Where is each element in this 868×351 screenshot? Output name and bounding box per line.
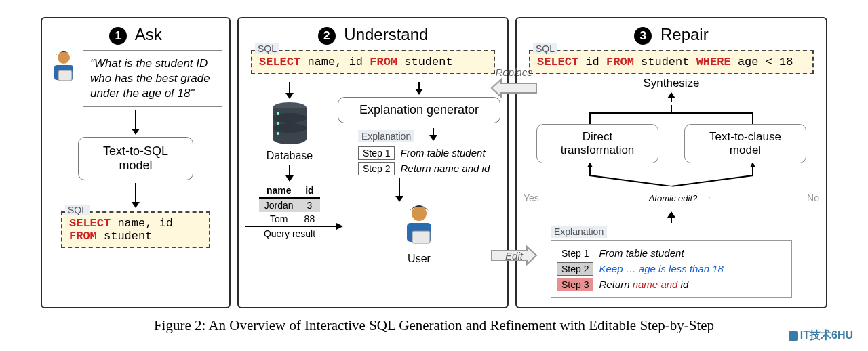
repair-step-3: Step 3 Return name and id [557, 278, 786, 291]
svg-marker-12 [336, 223, 343, 230]
explanation-label: Explanation [551, 226, 607, 238]
arrow-u-db2 [289, 165, 290, 181]
panel-repair: 3 Repair SQL SELECT id FROM student WHER… [515, 17, 827, 308]
svg-point-9 [277, 122, 279, 125]
step-1: Step 1 From table student [358, 146, 500, 160]
svg-rect-15 [412, 231, 430, 243]
step-3-circle: 3 [634, 27, 652, 45]
svg-point-0 [58, 51, 70, 64]
panel-ask: 1 Ask "What is the student ID who has th… [41, 17, 231, 308]
step-1-circle: 1 [109, 27, 127, 45]
arrow-synth [671, 93, 672, 102]
arrow-atomic [671, 212, 672, 223]
arrow-u-user [399, 178, 400, 201]
panel-understand: 2 Understand SQL SELECT name, id FROM st… [237, 17, 509, 308]
figure-caption: Figure 2: An Overview of Interactive SQL… [0, 317, 868, 334]
understand-sql: SQL SELECT name, id FROM student [251, 50, 495, 74]
database-label: Database [245, 150, 334, 162]
split-lines [529, 163, 814, 186]
text-to-sql-model: Text-to-SQL model [78, 137, 193, 180]
database-icon [245, 101, 334, 148]
explanation-label: Explanation [358, 130, 414, 142]
svg-point-6 [273, 113, 307, 123]
panel-repair-title: 3 Repair [524, 25, 819, 45]
yes-label: Yes [524, 192, 539, 203]
repair-explanation: Step 1 From table student Step 2 Keep … … [551, 240, 792, 298]
svg-point-13 [412, 206, 427, 221]
ask-sql-output: SQL SELECT name, id FROM student [61, 211, 210, 248]
repair-step-1: Step 1 From table student [557, 247, 786, 260]
arrow-u-g1 [418, 82, 420, 94]
panel-ask-title: 1 Ask [49, 25, 222, 45]
panel-understand-title: 2 Understand [245, 25, 500, 45]
arrow-ask-1 [135, 110, 136, 134]
svg-rect-2 [58, 70, 72, 81]
sql-label: SQL [65, 205, 90, 215]
svg-point-8 [277, 112, 279, 115]
direct-transformation: Direct transformation [536, 124, 658, 163]
ask-title-text: Ask [135, 25, 162, 43]
svg-point-5 [273, 133, 307, 144]
kw-from: FROM [69, 230, 97, 243]
svg-marker-17 [750, 163, 755, 167]
understand-title-text: Understand [344, 25, 428, 43]
nl-query: "What is the student ID who has the best… [83, 50, 222, 107]
explanation-generator: Explanation generator [338, 97, 500, 123]
svg-point-7 [273, 123, 307, 133]
synthesize-label: Synthesize [524, 77, 819, 90]
arrow-ask-2 [135, 183, 136, 207]
edit-arrow: Edit [490, 245, 538, 262]
svg-marker-16 [587, 163, 593, 167]
repair-sql: SQL SELECT id FROM student WHERE age < 1… [529, 50, 814, 74]
watermark: IT技术6HU [786, 327, 856, 344]
sql-label: SQL [533, 43, 557, 54]
step-2: Step 2 Return name and id [358, 162, 500, 176]
no-label: No [807, 192, 819, 203]
repair-step-2: Step 2 Keep … age is less than 18 [557, 262, 786, 276]
user-icon [49, 50, 79, 87]
user-icon [399, 204, 439, 251]
svg-point-10 [277, 132, 279, 135]
sql-label: SQL [255, 43, 279, 54]
merge-lines [529, 105, 814, 124]
user-label: User [338, 253, 500, 265]
arrow-result-user [297, 216, 344, 236]
atomic-edit-decision: Atomic edit? [635, 186, 710, 209]
step-2-circle: 2 [318, 27, 336, 45]
repair-title-text: Repair [660, 25, 709, 43]
text-to-clause-model: Text-to-clause model [684, 124, 806, 163]
arrow-u-db [289, 82, 290, 98]
kw-select: SELECT [69, 217, 111, 230]
